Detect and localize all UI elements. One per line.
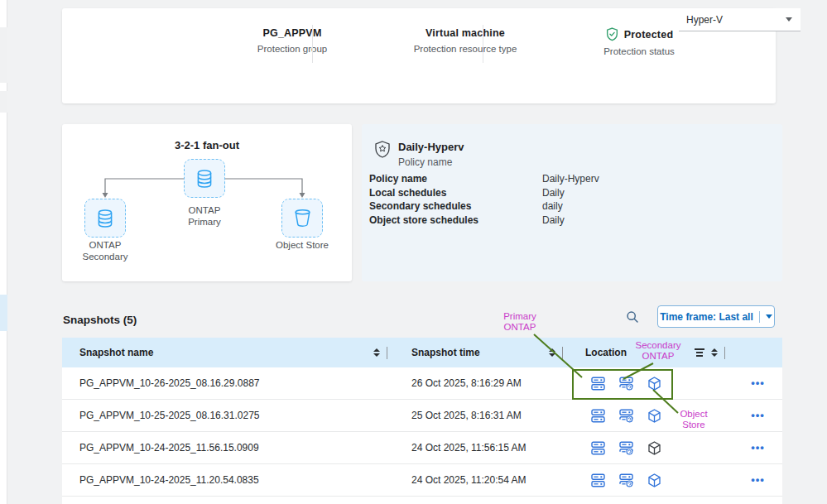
policy-row-label: Local schedules xyxy=(369,187,542,199)
primary-node-label-2: Primary xyxy=(163,216,246,228)
protection-group-label: Protection group xyxy=(205,44,379,54)
protection-group-name: PG_APPVM xyxy=(205,27,379,39)
database-icon xyxy=(94,208,116,229)
sidebar-item-active[interactable] xyxy=(0,295,7,331)
row-actions-menu-button[interactable]: ••• xyxy=(751,379,765,387)
column-header-location[interactable]: Location xyxy=(571,338,733,367)
sort-icon[interactable] xyxy=(373,348,380,357)
policy-row-value: Daily xyxy=(542,187,565,199)
resource-type-dropdown[interactable]: Hyper-V xyxy=(679,8,801,31)
secondary-ontap-icon[interactable] xyxy=(619,377,633,391)
secondary-node-label-1: ONTAP xyxy=(64,239,147,251)
row-actions-menu-button[interactable]: ••• xyxy=(751,444,765,452)
primary-node-label-1: ONTAP xyxy=(163,204,246,216)
shield-check-icon xyxy=(605,27,619,41)
sidebar-item[interactable] xyxy=(0,91,7,113)
policy-row-label: Secondary schedules xyxy=(369,200,542,212)
divider xyxy=(483,25,483,63)
policy-details-list: Policy name Daily-Hyperv Local schedules… xyxy=(369,172,767,227)
protection-group-detail-page: PG_APPVM Protection group Virtual machin… xyxy=(0,0,827,504)
snapshot-locations xyxy=(571,473,733,487)
policy-row-value: Daily xyxy=(542,214,565,226)
object-store-icon[interactable] xyxy=(647,441,661,455)
primary-ontap-node xyxy=(184,159,225,198)
row-actions-menu-button[interactable]: ••• xyxy=(751,411,765,420)
policy-detail-row: Object store schedules Daily xyxy=(369,214,767,228)
collapsed-sidebar[interactable] xyxy=(0,0,7,504)
chevron-down-icon xyxy=(766,314,772,319)
policy-detail-row: Policy name Daily-Hyperv xyxy=(369,172,767,186)
snapshot-row[interactable]: PG_APPVM_10-25-2025_08.16.31.0275 25 Oct… xyxy=(62,400,782,432)
secondary-ontap-icon[interactable] xyxy=(619,441,633,455)
bucket-icon xyxy=(292,208,313,228)
secondary-ontap-icon[interactable] xyxy=(619,473,633,487)
search-button[interactable] xyxy=(623,308,642,326)
primary-ontap-icon[interactable] xyxy=(591,441,605,455)
object-store-icon[interactable] xyxy=(647,473,661,487)
row-actions-menu-button[interactable]: ••• xyxy=(751,476,765,484)
object-store-node-label: Object Store xyxy=(261,239,344,251)
column-header-snapshot-name[interactable]: Snapshot name xyxy=(62,338,396,367)
policy-name: Daily-Hyperv xyxy=(398,141,464,153)
secondary-node-label-2: Secondary xyxy=(64,251,147,262)
snapshots-section-title: Snapshots (5) xyxy=(63,314,137,326)
policy-detail-row: Secondary schedules daily xyxy=(369,199,767,214)
protection-summary-card: PG_APPVM Protection group Virtual machin… xyxy=(62,8,776,103)
snapshots-table-header: Snapshot name Snapshot time Location xyxy=(62,338,782,367)
snapshot-name: PG_APPVM_10-24-2025_11.20.54.0835 xyxy=(62,474,396,486)
snapshot-name: PG_APPVM_10-26-2025_08.16.29.0887 xyxy=(62,377,396,389)
sort-icon[interactable] xyxy=(711,348,718,357)
policy-panel: Daily-Hyperv Policy name Policy name Dai… xyxy=(362,124,782,281)
policy-row-value: Daily-Hyperv xyxy=(542,173,599,185)
annotation-primary-ontap: Primary ONTAP xyxy=(492,311,548,333)
snapshot-row-partial xyxy=(62,497,782,504)
divider xyxy=(312,25,313,63)
primary-ontap-icon[interactable] xyxy=(591,377,605,391)
search-icon xyxy=(626,310,639,324)
policy-row-value: daily xyxy=(542,200,563,212)
divider xyxy=(724,347,725,359)
primary-ontap-icon[interactable] xyxy=(591,409,605,423)
protection-group-stat: PG_APPVM Protection group xyxy=(205,27,379,54)
snapshot-row[interactable]: PG_APPVM_10-24-2025_11.56.15.0909 24 Oct… xyxy=(62,432,782,464)
database-icon xyxy=(194,168,215,190)
snapshot-name: PG_APPVM_10-25-2025_08.16.31.0275 xyxy=(62,410,396,421)
protection-status-value: Protected xyxy=(624,29,673,41)
snapshots-table: Snapshot name Snapshot time Location xyxy=(62,338,782,504)
timeframe-label: Time frame: Last all xyxy=(660,311,753,323)
primary-ontap-icon[interactable] xyxy=(591,473,605,487)
resource-type-dropdown-value: Hyper-V xyxy=(686,14,723,26)
resource-type-label: Protection resource type xyxy=(378,44,552,54)
column-header-snapshot-time[interactable]: Snapshot time xyxy=(396,338,571,367)
filter-icon[interactable] xyxy=(695,348,704,357)
snapshot-time: 24 Oct 2025, 11:20:54 AM xyxy=(396,474,571,486)
sort-icon[interactable] xyxy=(549,348,555,357)
snapshot-row[interactable]: PG_APPVM_10-24-2025_11.20.54.0835 24 Oct… xyxy=(62,464,782,497)
resource-type-value: Virtual machine xyxy=(378,27,552,39)
fanout-diagram-card: 3-2-1 fan-out ONTAP Primary xyxy=(62,124,352,281)
divider xyxy=(759,311,760,323)
divider xyxy=(387,347,387,359)
snapshot-locations xyxy=(571,441,733,455)
policy-name-label: Policy name xyxy=(398,156,464,168)
snapshot-time: 24 Oct 2025, 11:56:15 AM xyxy=(396,442,571,454)
column-header-actions xyxy=(733,338,782,367)
divider xyxy=(562,347,563,359)
object-store-node xyxy=(281,199,323,238)
protection-status-stat: Protected Protection status xyxy=(552,27,726,56)
snapshot-time: 25 Oct 2025, 8:16:31 AM xyxy=(396,410,571,421)
object-store-icon[interactable] xyxy=(647,409,661,423)
chevron-down-icon xyxy=(786,17,792,22)
snapshot-row[interactable]: PG_APPVM_10-26-2025_08.16.29.0887 26 Oct… xyxy=(62,367,782,400)
object-store-icon[interactable] xyxy=(647,377,661,391)
snapshot-locations xyxy=(571,409,733,423)
policy-row-label: Object store schedules xyxy=(369,214,542,226)
snapshot-name: PG_APPVM_10-24-2025_11.56.15.0909 xyxy=(62,442,396,454)
snapshot-locations xyxy=(571,377,733,391)
secondary-ontap-node xyxy=(84,199,126,238)
policy-row-label: Policy name xyxy=(369,173,542,185)
timeframe-dropdown-button[interactable]: Time frame: Last all xyxy=(657,305,775,328)
sidebar-item[interactable] xyxy=(0,27,7,83)
resource-type-stat: Virtual machine Protection resource type xyxy=(378,27,552,54)
secondary-ontap-icon[interactable] xyxy=(619,409,633,423)
